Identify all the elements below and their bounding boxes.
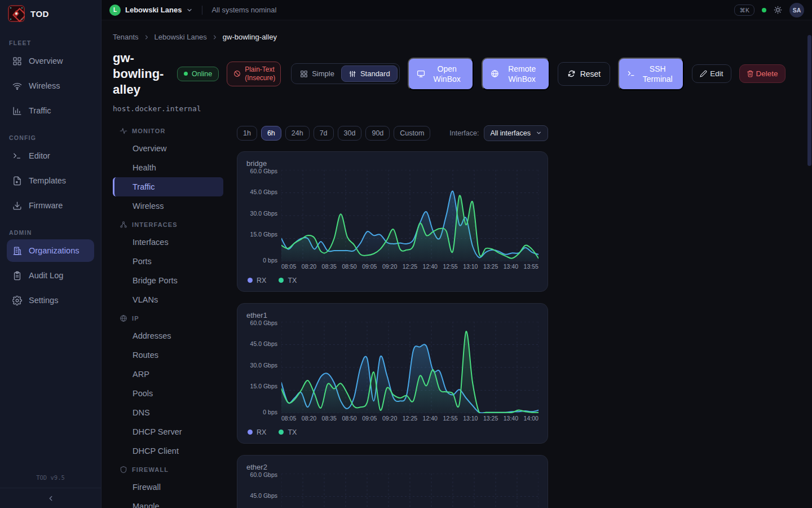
gear-icon — [12, 296, 22, 305]
legend-item-tx: TX — [279, 428, 297, 436]
sidebar-item-settings[interactable]: Settings — [7, 289, 94, 312]
sidebar-section-label: CONFIG — [7, 134, 94, 141]
refresh-icon — [567, 69, 576, 78]
view-mode-toggle: Simple Standard — [291, 63, 400, 84]
command-palette-button[interactable]: ⌘K — [734, 5, 754, 16]
ssh-terminal-button[interactable]: SSH Terminal — [618, 58, 684, 90]
subnav-item-ports[interactable]: Ports — [113, 252, 223, 271]
sidebar-item-traffic[interactable]: Traffic — [7, 99, 94, 122]
subnav-item-firewall[interactable]: Firewall — [113, 478, 223, 497]
subnav-item-routes[interactable]: Routes — [113, 345, 223, 365]
view-mode-standard[interactable]: Standard — [341, 65, 398, 82]
app-logo: TOD — [0, 0, 101, 27]
sidebar-item-audit-log[interactable]: Audit Log — [7, 264, 94, 287]
page-scrollbar-thumb[interactable] — [807, 35, 811, 166]
sidebar-item-label: Firmware — [29, 201, 63, 210]
subnav-item-health[interactable]: Health — [113, 158, 223, 177]
theme-toggle-button[interactable] — [774, 6, 782, 14]
file-icon — [12, 176, 22, 186]
activity-icon — [120, 127, 127, 135]
grid-icon — [300, 70, 308, 78]
time-range-7d[interactable]: 7d — [314, 126, 334, 141]
chevron-down-icon — [536, 130, 542, 136]
time-range-24h[interactable]: 24h — [285, 126, 310, 141]
sidebar-item-wireless[interactable]: Wireless — [7, 75, 94, 97]
subnav-item-wireless[interactable]: Wireless — [113, 196, 223, 216]
breadcrumb-link[interactable]: Tenants — [113, 33, 139, 41]
subnav-item-bridge-ports[interactable]: Bridge Ports — [113, 271, 223, 290]
globe-icon — [491, 69, 499, 78]
device-subnav: MONITOROverviewHealthTrafficWirelessINTE… — [113, 122, 223, 508]
delete-button[interactable]: Delete — [739, 64, 785, 83]
open-winbox-button[interactable]: Open WinBox — [408, 58, 474, 90]
interface-filter-label: Interface: — [449, 129, 479, 137]
sidebar-item-overview[interactable]: Overview — [7, 50, 94, 72]
tenant-switcher[interactable]: L Lebowski Lanes — [109, 5, 193, 16]
view-mode-simple[interactable]: Simple — [293, 66, 341, 81]
sidebar-item-label: Templates — [29, 176, 66, 185]
time-range-6h[interactable]: 6h — [261, 126, 281, 141]
subnav-item-vlans[interactable]: VLANs — [113, 290, 223, 309]
sidebar-item-label: Settings — [29, 296, 58, 305]
topbar: L Lebowski Lanes All systems nominal ⌘K … — [102, 0, 812, 20]
time-range-30d[interactable]: 30d — [338, 126, 362, 141]
terminal-icon — [12, 151, 22, 161]
sidebar-item-templates[interactable]: Templates — [7, 169, 94, 192]
legend-dot-icon — [279, 430, 284, 435]
grid-icon — [12, 56, 22, 66]
shield-icon — [120, 466, 127, 474]
device-host: host.docker.internal — [113, 104, 801, 113]
shield-off-icon — [233, 70, 241, 77]
subnav-item-overview[interactable]: Overview — [113, 139, 223, 158]
sidebar-item-label: Wireless — [29, 81, 60, 90]
app-name: TOD — [30, 9, 49, 19]
legend-item-tx: TX — [279, 277, 297, 284]
subnav-group-ip: IP — [113, 309, 223, 326]
subnav-item-dhcp-client[interactable]: DHCP Client — [113, 441, 223, 461]
chevron-right-icon — [211, 34, 218, 41]
sidebar-item-firmware[interactable]: Firmware — [7, 194, 94, 217]
subnav-item-mangle[interactable]: Mangle — [113, 497, 223, 508]
time-range-custom[interactable]: Custom — [394, 126, 430, 141]
sidebar-collapse-button[interactable] — [0, 488, 101, 508]
chart-card-ether1: ether160.0 Gbps45.0 Gbps30.0 Gbps15.0 Gb… — [237, 303, 548, 444]
user-avatar[interactable]: SA — [789, 3, 804, 17]
globe-icon — [120, 314, 127, 322]
y-axis-labels: 60.0 Gbps45.0 Gbps30.0 Gbps15.0 Gbps0 bp… — [246, 474, 281, 508]
subnav-item-arp[interactable]: ARP — [113, 365, 223, 384]
chart-card-bridge: bridge60.0 Gbps45.0 Gbps30.0 Gbps15.0 Gb… — [237, 151, 548, 292]
tod-rug-logo-icon — [8, 5, 25, 22]
legend-dot-icon — [248, 278, 253, 283]
chart-plot-ether1 — [281, 322, 539, 413]
sidebar-item-editor[interactable]: Editor — [7, 144, 94, 167]
breadcrumb-link[interactable]: Lebowski Lanes — [155, 33, 207, 41]
tenant-name: Lebowski Lanes — [125, 6, 182, 14]
sidebar-section-label: ADMIN — [7, 229, 94, 236]
subnav-item-interfaces[interactable]: Interfaces — [113, 233, 223, 252]
traffic-panel: 1h6h24h7d30d90dCustom Interface: All int… — [237, 122, 548, 508]
subnav-item-traffic[interactable]: Traffic — [113, 177, 223, 196]
x-axis-labels: 08:0508:2008:3508:5009:0509:2012:2512:40… — [281, 415, 539, 422]
breadcrumb-current: gw-bowling-alley — [223, 33, 277, 41]
sidebar-item-organizations[interactable]: Organizations — [7, 239, 94, 262]
time-range-90d[interactable]: 90d — [365, 126, 390, 141]
interface-select[interactable]: All interfaces — [484, 125, 548, 141]
sidebar-section: FLEETOverviewWirelessTraffic — [0, 40, 101, 122]
subnav-item-dns[interactable]: DNS — [113, 403, 223, 422]
legend-dot-icon — [279, 278, 284, 283]
reset-button[interactable]: Reset — [558, 62, 611, 86]
subnav-item-dhcp-server[interactable]: DHCP Server — [113, 422, 223, 441]
legend-item-rx: RX — [248, 428, 266, 436]
sidebar-item-label: Editor — [29, 151, 50, 160]
subnav-item-addresses[interactable]: Addresses — [113, 326, 223, 345]
app-sidebar: TOD FLEETOverviewWirelessTrafficCONFIGEd… — [0, 0, 102, 508]
tenant-avatar: L — [109, 5, 121, 16]
time-range-1h[interactable]: 1h — [237, 126, 257, 141]
remote-winbox-button[interactable]: Remote WinBox — [482, 58, 550, 90]
edit-button[interactable]: Edit — [692, 64, 731, 83]
monitor-icon — [417, 69, 425, 78]
trash-icon — [747, 70, 754, 77]
download-icon — [12, 201, 22, 211]
subnav-item-pools[interactable]: Pools — [113, 384, 223, 403]
online-dot-icon — [184, 72, 188, 76]
